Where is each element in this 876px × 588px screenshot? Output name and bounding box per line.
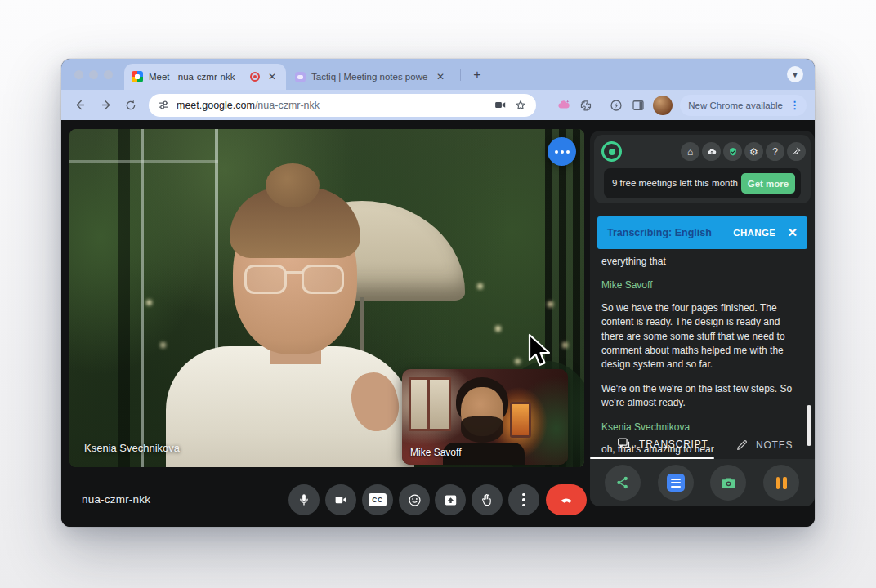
- camera-capture-icon: [720, 474, 737, 492]
- tab-transcript-label: TRANSCRIPT: [639, 439, 708, 450]
- glass-frame-line: [141, 129, 144, 467]
- meet-app: Mike Savoff Ksenia Svechnikova nua-czmr-…: [61, 120, 815, 527]
- desktop: Meet - nua-czmr-nkk ✕ Tactiq | Meeting n…: [0, 0, 876, 588]
- tab-chevron-button[interactable]: ▼: [787, 66, 803, 82]
- transcribing-label: Transcribing: English: [607, 227, 712, 238]
- pause-transcription-button[interactable]: [763, 465, 799, 501]
- traffic-zoom-button[interactable]: [104, 70, 113, 79]
- camera-in-use-icon[interactable]: [494, 98, 507, 112]
- get-more-button[interactable]: Get more: [741, 173, 795, 194]
- forward-button[interactable]: [95, 95, 116, 116]
- chat-bubble-button[interactable]: [548, 137, 576, 166]
- meeting-code: nua-czmr-nkk: [82, 493, 150, 506]
- pause-icon: [776, 477, 787, 489]
- transcript-text: We're on the we're on the last few steps…: [601, 382, 798, 411]
- shield-check-icon[interactable]: [723, 142, 742, 161]
- glasses-bridge: [285, 271, 303, 274]
- browser-toolbar: meet.google.com /nua-czmr-nkk New Chrome…: [61, 90, 815, 120]
- screenshot-button[interactable]: [710, 465, 746, 501]
- dot: [555, 150, 558, 154]
- share-button[interactable]: [605, 465, 641, 501]
- camera-button[interactable]: [325, 484, 356, 515]
- chrome-menu-icon[interactable]: ⋮: [786, 99, 803, 111]
- profile-avatar[interactable]: [653, 96, 673, 115]
- back-icon: [74, 98, 87, 112]
- toolbar-divider: [601, 98, 601, 112]
- address-bar[interactable]: meet.google.com /nua-czmr-nkk: [149, 94, 536, 117]
- tactiq-extension-icon[interactable]: [556, 97, 571, 113]
- meter-extension-icon[interactable]: [609, 98, 623, 113]
- tab-close-icon[interactable]: ✕: [266, 71, 279, 82]
- chrome-update-label: New Chrome available: [688, 100, 783, 110]
- tab-close-icon[interactable]: ✕: [434, 71, 447, 82]
- tactiq-header-widget: ⌂ ⚙ ? 9 free meetin: [594, 135, 811, 203]
- fireplace: [510, 402, 531, 438]
- tab-transcript[interactable]: TRANSCRIPT: [616, 436, 708, 452]
- pip-participant-beard: [461, 416, 503, 443]
- pencil-icon: [735, 439, 749, 452]
- room-window: [409, 377, 451, 431]
- raise-hand-button[interactable]: [472, 484, 503, 515]
- transcript-text: So we have the four pages finished. The …: [601, 301, 798, 372]
- reload-button[interactable]: [120, 95, 141, 116]
- share-icon: [615, 474, 631, 491]
- tab-strip: Meet - nua-czmr-nkk ✕ Tactiq | Meeting n…: [61, 59, 815, 90]
- help-icon[interactable]: ?: [766, 142, 784, 161]
- greenhouse-post: [118, 129, 130, 467]
- end-call-button[interactable]: [546, 484, 587, 515]
- transcript-speaker: Mike Savoff: [601, 278, 798, 292]
- tab-tactiq[interactable]: Tactiq | Meeting notes powe ✕: [288, 64, 454, 90]
- new-tab-button[interactable]: +: [468, 66, 486, 84]
- tactiq-logo-icon: [601, 141, 622, 162]
- url-host: meet.google.com: [177, 100, 255, 111]
- window-controls: [74, 70, 113, 79]
- chrome-update-button[interactable]: New Chrome available ⋮: [680, 95, 807, 116]
- present-icon: [443, 492, 458, 508]
- tab-title: Meet - nua-czmr-nkk: [149, 72, 244, 82]
- end-call-icon: [558, 492, 574, 508]
- side-panel-icon[interactable]: [631, 98, 646, 113]
- panel-tabs: TRANSCRIPT NOTES: [590, 434, 815, 459]
- site-settings-icon[interactable]: [158, 99, 170, 111]
- glasses-lens: [302, 265, 344, 294]
- tactiq-actions-bar: [590, 459, 815, 506]
- back-button[interactable]: [69, 95, 91, 116]
- reactions-button[interactable]: [399, 484, 430, 515]
- tab-notes[interactable]: NOTES: [735, 439, 793, 452]
- participant-hair-bun: [266, 163, 320, 207]
- bookmark-star-icon[interactable]: [514, 99, 527, 112]
- view-notes-button[interactable]: [658, 465, 694, 501]
- captions-button[interactable]: CC: [362, 484, 393, 515]
- dot: [561, 150, 564, 154]
- home-icon[interactable]: ⌂: [681, 142, 699, 161]
- transcript-icon: [616, 436, 632, 452]
- change-language-button[interactable]: CHANGE: [733, 228, 775, 238]
- banner-close-icon[interactable]: ✕: [787, 225, 798, 240]
- videocam-icon: [333, 492, 348, 507]
- pip-name-label: Mike Savoff: [410, 447, 461, 458]
- browser-window: Meet - nua-czmr-nkk ✕ Tactiq | Meeting n…: [61, 59, 815, 527]
- transcript-text: everything that: [601, 255, 798, 269]
- settings-gear-icon[interactable]: ⚙: [744, 142, 763, 161]
- traffic-close-button[interactable]: [74, 70, 83, 79]
- transcribing-banner: Transcribing: English CHANGE ✕: [597, 216, 807, 249]
- tactiq-toolbar: ⌂ ⚙ ?: [681, 142, 806, 161]
- participant-name-label: Ksenia Svechnikova: [84, 442, 180, 454]
- cloud-upload-icon[interactable]: [702, 142, 721, 161]
- extensions-puzzle-icon[interactable]: [579, 98, 593, 113]
- mic-button[interactable]: [288, 484, 320, 515]
- quota-text: 9 free meetings left this month: [604, 177, 741, 189]
- traffic-minimize-button[interactable]: [89, 70, 98, 79]
- more-icon: [522, 493, 525, 507]
- pip-video-tile[interactable]: Mike Savoff: [402, 369, 568, 465]
- tab-title: Tactiq | Meeting notes powe: [311, 72, 428, 82]
- glasses-lens: [244, 265, 287, 294]
- pin-icon[interactable]: [787, 142, 806, 161]
- tactiq-panel: ⌂ ⚙ ? 9 free meetin: [590, 131, 815, 506]
- tab-meet[interactable]: Meet - nua-czmr-nkk ✕: [124, 64, 286, 90]
- present-button[interactable]: [435, 484, 466, 515]
- reload-icon: [124, 99, 137, 112]
- more-options-button[interactable]: [508, 484, 539, 515]
- participant-glasses: [244, 265, 344, 296]
- forward-icon: [99, 98, 113, 112]
